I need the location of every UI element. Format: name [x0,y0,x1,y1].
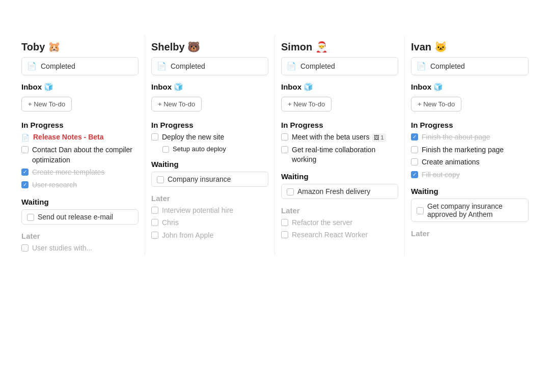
task-label: Release Notes - Beta [33,132,104,143]
task-checkbox[interactable] [151,133,158,141]
later-task-1-0[interactable]: Interview potential hire [151,206,268,216]
in-progress-header-0: In Progress [21,121,139,129]
waiting-header-3: Waiting [411,187,529,195]
later-checkbox[interactable] [151,207,158,214]
in-progress-task-3-0[interactable]: Finish the about page [411,132,529,143]
later-checkbox[interactable] [281,219,288,226]
waiting-task-3-0[interactable]: Get company insurance approved by Anthem [411,199,529,222]
later-checkbox[interactable] [151,219,158,226]
doc-icon: 📄 [157,62,167,71]
person-name-2: Simon 🎅 [281,41,398,53]
in-progress-header-3: In Progress [411,121,529,129]
column-2: Simon 🎅📄CompletedInbox 🧊+ New To-doIn Pr… [275,36,405,256]
completed-box-2[interactable]: 📄Completed [281,57,398,75]
task-checkbox[interactable] [411,133,418,141]
task-checkbox[interactable] [411,146,418,153]
task-badge: 🖼 1 [372,133,386,142]
task-checkbox[interactable] [281,133,288,141]
task-label: John from Apple [162,231,213,241]
task-label: Get real-time collaboration working [292,145,398,165]
new-todo-button-2[interactable]: + New To-do [281,97,332,111]
completed-box-3[interactable]: 📄Completed [411,57,529,75]
task-label: Create animations [422,157,480,167]
task-label: Interview potential hire [162,206,233,216]
task-label: Finish the marketing page [422,145,504,155]
in-progress-task-2-0[interactable]: Meet with the beta users🖼 1 [281,132,398,143]
inbox-header-1: Inbox 🧊 [151,82,268,92]
in-progress-header-1: In Progress [151,121,268,129]
later-header-3: Later [411,229,529,238]
task-label: Deploy the new site [162,132,224,143]
later-checkbox[interactable] [21,244,29,251]
task-label: Create more templates [32,167,104,178]
in-progress-task-3-1[interactable]: Finish the marketing page [411,145,529,155]
in-progress-task-0-2[interactable]: Create more templates [21,167,139,178]
new-todo-button-1[interactable]: + New To-do [151,97,202,111]
later-task-1-1[interactable]: Chris [151,218,268,228]
column-0: Toby 🐹📄CompletedInbox 🧊+ New To-doIn Pro… [15,36,145,256]
waiting-task-2-0[interactable]: Amazon Fresh delivery [281,184,398,199]
in-progress-header-2: In Progress [281,121,398,129]
doc-icon: 📄 [287,62,296,71]
waiting-task-1-0[interactable]: Company insurance [151,172,268,187]
later-task-1-2[interactable]: John from Apple [151,231,268,241]
sub-task-1-1[interactable]: Setup auto deploy [162,145,268,153]
inbox-header-2: Inbox 🧊 [281,82,398,92]
waiting-header-1: Waiting [151,160,268,169]
in-progress-task-0-3[interactable]: User research [21,180,139,190]
waiting-checkbox[interactable] [27,214,34,221]
completed-box-1[interactable]: 📄Completed [151,57,268,75]
task-label: Meet with the beta users🖼 1 [292,132,386,143]
completed-box-0[interactable]: 📄Completed [21,57,139,75]
new-todo-button-3[interactable]: + New To-do [411,97,461,111]
in-progress-task-0-1[interactable]: Contact Dan about the compiler optimizat… [21,145,139,165]
person-name-3: Ivan 🐱 [411,41,529,53]
task-label: Contact Dan about the compiler optimizat… [32,145,139,165]
task-label: User studies with... [32,243,92,254]
in-progress-task-3-3[interactable]: Fill out copy [411,170,529,180]
person-name-1: Shelby 🐻 [151,41,268,53]
task-label: Chris [162,218,179,228]
task-checkbox[interactable] [21,169,29,176]
later-header-2: Later [281,206,398,215]
waiting-task-label: Get company insurance approved by Anthem [427,202,523,218]
page-header [0,0,550,31]
doc-red-icon: 📄 [21,133,30,143]
waiting-header-0: Waiting [21,198,139,206]
later-checkbox[interactable] [151,232,158,239]
later-task-2-0[interactable]: Refactor the server [281,218,398,228]
in-progress-task-2-1[interactable]: Get real-time collaboration working [281,145,398,165]
in-progress-task-1-0[interactable]: Deploy the new site [151,132,268,143]
waiting-checkbox[interactable] [417,207,424,214]
waiting-task-label: Company insurance [168,175,231,183]
task-checkbox[interactable] [411,171,418,178]
waiting-checkbox[interactable] [157,176,164,183]
doc-icon: 📄 [27,62,37,71]
later-task-0-0[interactable]: User studies with... [21,243,139,254]
task-checkbox[interactable] [21,146,29,153]
later-header-1: Later [151,194,268,203]
task-board: Toby 🐹📄CompletedInbox 🧊+ New To-doIn Pro… [0,31,550,271]
in-progress-task-3-2[interactable]: Create animations [411,157,529,167]
task-label: Setup auto deploy [173,145,226,153]
inbox-header-3: Inbox 🧊 [411,82,529,92]
completed-label: Completed [171,62,205,70]
in-progress-task-0-0[interactable]: 📄Release Notes - Beta [21,132,139,143]
task-checkbox[interactable] [21,181,29,188]
inbox-header-0: Inbox 🧊 [21,82,139,92]
task-label: Fill out copy [422,170,460,180]
later-task-2-1[interactable]: Research React Worker [281,230,398,240]
task-checkbox[interactable] [281,146,288,153]
new-todo-button-0[interactable]: + New To-do [21,97,72,111]
later-checkbox[interactable] [281,231,288,238]
waiting-header-2: Waiting [281,172,398,181]
later-header-0: Later [21,232,139,240]
waiting-checkbox[interactable] [287,188,294,195]
waiting-task-0-0[interactable]: Send out release e-mail [21,209,139,225]
task-checkbox[interactable] [411,158,418,165]
task-label: User research [32,180,77,190]
column-3: Ivan 🐱📄CompletedInbox 🧊+ New To-doIn Pro… [405,36,535,256]
waiting-task-label: Send out release e-mail [38,213,113,221]
completed-label: Completed [430,62,465,70]
sub-checkbox[interactable] [162,146,169,153]
